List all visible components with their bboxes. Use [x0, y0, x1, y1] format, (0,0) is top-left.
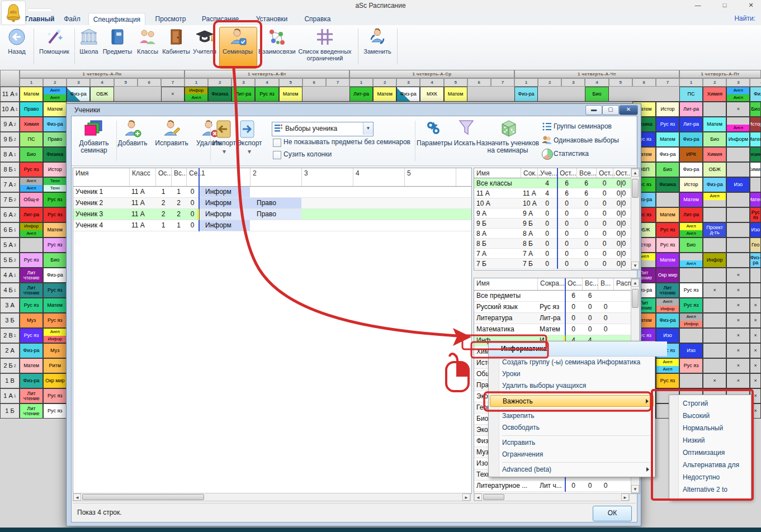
table-cell[interactable]: 0 [557, 259, 576, 268]
grid-row-label[interactable]: 4 Б 1 [0, 283, 20, 298]
table-cell[interactable]: 0 [582, 302, 598, 312]
grid-cell[interactable]: Физ-ра [43, 268, 67, 283]
teachers-button[interactable]: Учителя [191, 26, 218, 68]
grid-cell[interactable]: Рус яз [43, 403, 67, 419]
add-seminar-label[interactable]: Добавить семинар [74, 140, 114, 154]
table-cell[interactable]: 2 [171, 209, 186, 220]
table-cell[interactable]: Матем [537, 324, 565, 335]
table-cell[interactable]: 0|0 [613, 259, 630, 268]
grid-cell[interactable]: Лит-ра [679, 117, 703, 132]
table-cell[interactable]: 1 [155, 187, 171, 197]
grid-cell[interactable]: ИнфорАнгл [20, 222, 43, 238]
table-cell[interactable]: 11 А [129, 187, 155, 197]
grid-row-label[interactable]: 10 А 1 [0, 102, 20, 117]
grid-cell[interactable]: АнглАнгл [726, 87, 750, 102]
grid-cell[interactable]: Лит чтение [20, 388, 43, 403]
grid-cell[interactable]: Физ-ра [703, 177, 726, 192]
scroll-up-arrow[interactable]: ▲ [631, 279, 639, 287]
table-cell[interactable]: 0 [557, 249, 576, 258]
table-cell[interactable]: 0 [565, 302, 582, 312]
class-vscrollbar[interactable]: ▲▼ [631, 168, 640, 270]
table-cell[interactable]: 0 [537, 198, 557, 208]
menu-item-закрепить[interactable]: Закрепить [490, 410, 654, 422]
table-cell[interactable]: 6 [565, 291, 582, 301]
grid-cell[interactable]: Химия [703, 147, 726, 162]
grid-cell[interactable]: Рус яз [679, 358, 703, 373]
table-cell[interactable]: Русский язык [474, 302, 537, 312]
export-button[interactable] [239, 120, 256, 139]
import-dropdown-arrow[interactable]: ▾ [221, 148, 227, 155]
grid-cell[interactable]: Рус яз [679, 283, 703, 298]
table-cell[interactable]: 0 [582, 313, 598, 324]
scroll-thumb[interactable] [483, 494, 504, 500]
grid-cell[interactable] [750, 283, 761, 298]
grid-cell[interactable]: × [726, 328, 750, 343]
grid-cell[interactable]: Англ [679, 253, 703, 268]
table-cell[interactable]: 0 [576, 249, 596, 258]
grid-cell[interactable]: Физ-ра [750, 253, 761, 268]
grid-cell[interactable]: Матем [750, 132, 761, 147]
grid-row-label[interactable]: 5 А 3 [0, 238, 20, 253]
grid-cell[interactable] [703, 343, 726, 358]
column-header[interactable]: 1 [198, 168, 250, 186]
scroll-down-arrow[interactable]: ▼ [631, 262, 639, 269]
seminars-button[interactable]: Семинары [220, 26, 255, 68]
grid-cell[interactable] [679, 328, 703, 343]
table-cell[interactable]: 0 [596, 239, 613, 248]
find-label[interactable]: Найти: [734, 15, 755, 22]
grid-cell[interactable]: Лит чтение [20, 283, 43, 298]
grid-cell[interactable] [703, 298, 726, 313]
scroll-thumb[interactable] [82, 494, 204, 500]
table-cell[interactable]: 7 А [474, 249, 521, 258]
tab-spravka[interactable]: Справка [300, 13, 335, 25]
table-cell[interactable]: 0 [537, 249, 557, 258]
grid-cell[interactable]: × [726, 102, 750, 117]
grid-cell[interactable]: Лит чтение [20, 268, 43, 283]
table-cell[interactable]: 11 А [129, 198, 155, 208]
table-cell[interactable]: 2 [155, 198, 171, 208]
table-cell[interactable]: 4 [537, 178, 557, 188]
grid-cell[interactable]: Истор [656, 102, 679, 117]
app-icon[interactable]: aSc [1, 1, 26, 25]
column-header[interactable] [456, 168, 471, 186]
table-cell[interactable]: 0 [565, 481, 582, 491]
grid-cell[interactable]: АнглАнгл [679, 222, 703, 238]
scroll-thumb[interactable] [632, 289, 639, 308]
grid-cell[interactable]: Физ-ра [20, 373, 43, 388]
tab-ustanovki[interactable]: Установки [250, 13, 293, 25]
grid-cell[interactable]: Рус яз [20, 162, 43, 177]
grid-cell[interactable]: Физ-ра [679, 132, 703, 147]
grid-cell[interactable]: ТехнТехн [43, 177, 67, 192]
grid-cell[interactable] [656, 192, 679, 207]
grid-cell[interactable]: Матем [20, 87, 43, 102]
grid-cell[interactable]: Физ-ра [396, 87, 420, 102]
grid-cell[interactable]: Истор [43, 162, 67, 177]
grid-cell[interactable]: × [750, 403, 761, 419]
column-header[interactable]: 4 [353, 168, 404, 186]
table-cell[interactable]: 0|0 [613, 239, 630, 248]
checkbox-no-subjects[interactable] [273, 139, 281, 147]
grid-cell[interactable]: Физика [43, 147, 67, 162]
grid-cell[interactable]: Лит-ра [20, 207, 43, 222]
table-cell[interactable]: 1 [171, 220, 186, 231]
table-cell[interactable]: Все предметы [474, 291, 537, 301]
scroll-right-arrow[interactable]: ► [621, 493, 629, 501]
grid-cell[interactable]: Матем [373, 87, 396, 102]
dialog-maximize-button[interactable]: ▢ [602, 105, 619, 115]
grid-cell[interactable] [703, 207, 726, 222]
table-cell[interactable]: 0 [576, 259, 596, 268]
grid-cell[interactable]: Проект д-ть [703, 222, 726, 238]
table-cell[interactable]: 0 [596, 249, 613, 258]
table-cell[interactable]: 0 [598, 481, 613, 491]
table-cell[interactable]: 8 А [521, 229, 537, 238]
grid-cell[interactable]: ОБЖ [703, 162, 726, 177]
table-cell[interactable]: 9 А [521, 208, 537, 218]
grid-cell[interactable]: Физ-ра [750, 87, 761, 102]
table-cell[interactable]: 11 А [129, 209, 155, 220]
grid-row-label[interactable]: 8 А 1 [0, 147, 20, 162]
scroll-thumb[interactable] [632, 179, 639, 198]
selections-dropdown[interactable]: Выборы ученика ▼ [272, 122, 374, 136]
submenu-item-7[interactable]: Недоступно [670, 471, 750, 483]
grid-cell[interactable]: Био [750, 102, 761, 117]
import-label[interactable]: Импорт [211, 140, 237, 147]
